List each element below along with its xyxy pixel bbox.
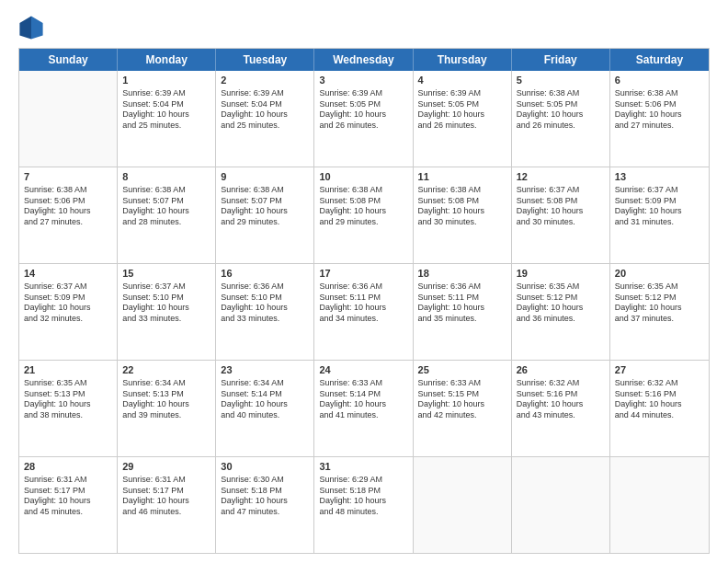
cell-info: Sunrise: 6:39 AMSunset: 5:05 PMDaylight:… — [418, 88, 506, 132]
cell-day-number: 16 — [221, 267, 309, 281]
cell-info: Sunrise: 6:35 AMSunset: 5:12 PMDaylight:… — [517, 282, 605, 325]
cell-day-number: 7 — [24, 170, 112, 184]
calendar-cell: 3Sunrise: 6:39 AMSunset: 5:05 PMDaylight… — [314, 71, 413, 167]
calendar-cell: 22Sunrise: 6:34 AMSunset: 5:13 PMDayligh… — [118, 361, 216, 456]
calendar-cell — [512, 457, 610, 553]
calendar-cell: 12Sunrise: 6:37 AMSunset: 5:08 PMDayligh… — [512, 167, 610, 263]
calendar-cell: 2Sunrise: 6:39 AMSunset: 5:04 PMDaylight… — [216, 71, 314, 167]
cell-day-number: 8 — [122, 170, 210, 184]
cell-info: Sunrise: 6:37 AMSunset: 5:09 PMDaylight:… — [615, 185, 704, 228]
cell-info: Sunrise: 6:29 AMSunset: 5:18 PMDaylight:… — [319, 475, 407, 518]
cell-day-number: 13 — [615, 170, 704, 184]
calendar-cell: 5Sunrise: 6:38 AMSunset: 5:05 PMDaylight… — [512, 71, 610, 167]
cell-day-number: 23 — [221, 363, 309, 377]
cell-day-number: 17 — [319, 267, 407, 281]
cell-info: Sunrise: 6:32 AMSunset: 5:16 PMDaylight:… — [517, 378, 605, 421]
cell-day-number: 2 — [221, 74, 309, 87]
calendar-cell: 4Sunrise: 6:39 AMSunset: 5:05 PMDaylight… — [414, 71, 512, 167]
cell-info: Sunrise: 6:37 AMSunset: 5:10 PMDaylight:… — [122, 282, 210, 325]
cell-day-number: 20 — [615, 267, 704, 281]
header — [18, 15, 710, 40]
cell-info: Sunrise: 6:34 AMSunset: 5:13 PMDaylight:… — [122, 378, 210, 421]
weekday-saturday: Saturday — [610, 49, 709, 71]
cell-day-number: 3 — [319, 74, 407, 87]
cell-day-number: 21 — [24, 363, 112, 377]
calendar-cell: 28Sunrise: 6:31 AMSunset: 5:17 PMDayligh… — [19, 457, 118, 553]
weekday-tuesday: Tuesday — [216, 49, 314, 71]
svg-marker-3 — [19, 16, 31, 39]
calendar-cell: 15Sunrise: 6:37 AMSunset: 5:10 PMDayligh… — [118, 264, 216, 360]
calendar-cell: 25Sunrise: 6:33 AMSunset: 5:15 PMDayligh… — [414, 361, 512, 456]
cell-info: Sunrise: 6:35 AMSunset: 5:13 PMDaylight:… — [24, 378, 112, 421]
weekday-monday: Monday — [118, 49, 216, 71]
cell-info: Sunrise: 6:32 AMSunset: 5:16 PMDaylight:… — [615, 378, 704, 421]
calendar-row-2: 7Sunrise: 6:38 AMSunset: 5:06 PMDaylight… — [19, 167, 709, 264]
cell-info: Sunrise: 6:31 AMSunset: 5:17 PMDaylight:… — [122, 475, 210, 518]
calendar-cell: 16Sunrise: 6:36 AMSunset: 5:10 PMDayligh… — [216, 264, 314, 360]
weekday-wednesday: Wednesday — [314, 49, 413, 71]
calendar-cell: 18Sunrise: 6:36 AMSunset: 5:11 PMDayligh… — [414, 264, 512, 360]
calendar-cell: 20Sunrise: 6:35 AMSunset: 5:12 PMDayligh… — [610, 264, 709, 360]
cell-day-number: 25 — [418, 363, 506, 377]
cell-info: Sunrise: 6:36 AMSunset: 5:11 PMDaylight:… — [418, 282, 506, 325]
cell-info: Sunrise: 6:38 AMSunset: 5:08 PMDaylight:… — [418, 185, 506, 228]
weekday-thursday: Thursday — [414, 49, 512, 71]
cell-day-number: 31 — [319, 460, 407, 474]
calendar-row-3: 14Sunrise: 6:37 AMSunset: 5:09 PMDayligh… — [19, 264, 709, 361]
calendar-cell: 19Sunrise: 6:35 AMSunset: 5:12 PMDayligh… — [512, 264, 610, 360]
cell-info: Sunrise: 6:35 AMSunset: 5:12 PMDaylight:… — [615, 282, 704, 325]
calendar-row-5: 28Sunrise: 6:31 AMSunset: 5:17 PMDayligh… — [19, 457, 709, 553]
calendar-row-4: 21Sunrise: 6:35 AMSunset: 5:13 PMDayligh… — [19, 361, 709, 457]
calendar-cell: 30Sunrise: 6:30 AMSunset: 5:18 PMDayligh… — [216, 457, 314, 553]
cell-info: Sunrise: 6:38 AMSunset: 5:07 PMDaylight:… — [221, 185, 309, 228]
calendar-cell: 11Sunrise: 6:38 AMSunset: 5:08 PMDayligh… — [414, 167, 512, 263]
cell-day-number: 28 — [24, 460, 112, 474]
cell-info: Sunrise: 6:38 AMSunset: 5:06 PMDaylight:… — [615, 88, 704, 132]
cell-info: Sunrise: 6:34 AMSunset: 5:14 PMDaylight:… — [221, 378, 309, 421]
cell-info: Sunrise: 6:31 AMSunset: 5:17 PMDaylight:… — [24, 475, 112, 518]
cell-info: Sunrise: 6:38 AMSunset: 5:05 PMDaylight:… — [517, 88, 605, 132]
weekday-sunday: Sunday — [19, 49, 118, 71]
cell-info: Sunrise: 6:37 AMSunset: 5:09 PMDaylight:… — [24, 282, 112, 325]
cell-info: Sunrise: 6:38 AMSunset: 5:07 PMDaylight:… — [122, 185, 210, 228]
calendar-cell: 10Sunrise: 6:38 AMSunset: 5:08 PMDayligh… — [314, 167, 413, 263]
calendar-cell: 8Sunrise: 6:38 AMSunset: 5:07 PMDaylight… — [118, 167, 216, 263]
cell-info: Sunrise: 6:38 AMSunset: 5:08 PMDaylight:… — [319, 185, 407, 228]
calendar-cell — [19, 71, 118, 167]
cell-day-number: 22 — [122, 363, 210, 377]
logo-icon — [18, 15, 44, 40]
cell-day-number: 15 — [122, 267, 210, 281]
cell-day-number: 10 — [319, 170, 407, 184]
calendar-cell: 21Sunrise: 6:35 AMSunset: 5:13 PMDayligh… — [19, 361, 118, 456]
logo — [18, 15, 48, 40]
cell-day-number: 6 — [615, 74, 704, 87]
cell-day-number: 26 — [517, 363, 605, 377]
weekday-friday: Friday — [512, 49, 610, 71]
cell-info: Sunrise: 6:39 AMSunset: 5:04 PMDaylight:… — [122, 88, 210, 132]
calendar-cell: 1Sunrise: 6:39 AMSunset: 5:04 PMDaylight… — [118, 71, 216, 167]
cell-info: Sunrise: 6:36 AMSunset: 5:11 PMDaylight:… — [319, 282, 407, 325]
cell-info: Sunrise: 6:33 AMSunset: 5:14 PMDaylight:… — [319, 378, 407, 421]
calendar-body: 1Sunrise: 6:39 AMSunset: 5:04 PMDaylight… — [19, 71, 709, 553]
cell-day-number: 19 — [517, 267, 605, 281]
calendar: Sunday Monday Tuesday Wednesday Thursday… — [18, 48, 710, 554]
cell-day-number: 1 — [122, 74, 210, 87]
calendar-cell: 13Sunrise: 6:37 AMSunset: 5:09 PMDayligh… — [610, 167, 709, 263]
calendar-cell: 27Sunrise: 6:32 AMSunset: 5:16 PMDayligh… — [610, 361, 709, 456]
calendar-header: Sunday Monday Tuesday Wednesday Thursday… — [19, 49, 709, 71]
calendar-cell: 6Sunrise: 6:38 AMSunset: 5:06 PMDaylight… — [610, 71, 709, 167]
cell-info: Sunrise: 6:39 AMSunset: 5:05 PMDaylight:… — [319, 88, 407, 132]
page: Sunday Monday Tuesday Wednesday Thursday… — [0, 0, 728, 563]
calendar-cell — [414, 457, 512, 553]
cell-info: Sunrise: 6:30 AMSunset: 5:18 PMDaylight:… — [221, 475, 309, 518]
svg-marker-2 — [31, 16, 43, 39]
cell-day-number: 18 — [418, 267, 506, 281]
cell-info: Sunrise: 6:33 AMSunset: 5:15 PMDaylight:… — [418, 378, 506, 421]
calendar-row-1: 1Sunrise: 6:39 AMSunset: 5:04 PMDaylight… — [19, 71, 709, 167]
cell-day-number: 5 — [517, 74, 605, 87]
calendar-cell: 26Sunrise: 6:32 AMSunset: 5:16 PMDayligh… — [512, 361, 610, 456]
calendar-cell: 9Sunrise: 6:38 AMSunset: 5:07 PMDaylight… — [216, 167, 314, 263]
cell-info: Sunrise: 6:39 AMSunset: 5:04 PMDaylight:… — [221, 88, 309, 132]
cell-day-number: 30 — [221, 460, 309, 474]
calendar-cell: 29Sunrise: 6:31 AMSunset: 5:17 PMDayligh… — [118, 457, 216, 553]
